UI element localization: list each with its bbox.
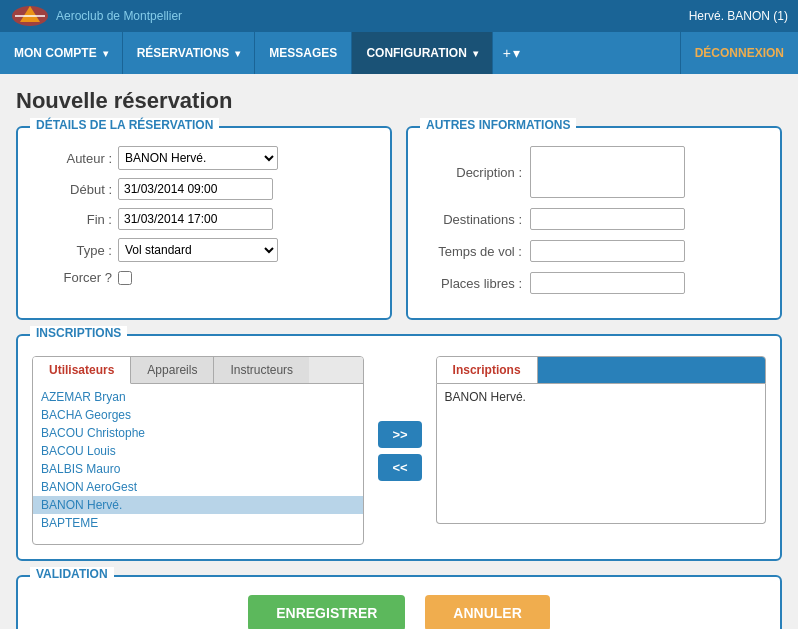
fin-input[interactable] [118, 208, 273, 230]
inscriptions-panel: INSCRIPTIONS Utilisateurs Appareils Inst… [16, 334, 782, 561]
nav-mon-compte[interactable]: MON COMPTE ▾ [0, 32, 123, 74]
places-input[interactable] [530, 272, 685, 294]
inscriptions-tab[interactable]: Inscriptions [437, 357, 538, 383]
destinations-input[interactable] [530, 208, 685, 230]
nav-plus[interactable]: + ▾ [493, 32, 530, 74]
auteur-label: Auteur : [32, 151, 112, 166]
inscriptions-box-title: INSCRIPTIONS [30, 326, 127, 340]
top-bar: Aeroclub de Montpellier Hervé. BANON (1) [0, 0, 798, 32]
details-panel: DÉTAILS DE LA RÉSERVATION Auteur : BANON… [16, 126, 392, 320]
places-label: Places libres : [422, 276, 522, 291]
description-label: Decription : [422, 165, 522, 180]
other-box-title: AUTRES INFORMATIONS [420, 118, 576, 132]
chevron-down-icon: ▾ [103, 48, 108, 59]
main-nav: MON COMPTE ▾ RÉSERVATIONS ▾ MESSAGES CON… [0, 32, 798, 74]
description-textarea[interactable] [530, 146, 685, 198]
auteur-row: Auteur : BANON Hervé. [32, 146, 376, 170]
description-row: Decription : [422, 146, 766, 198]
nav-configuration[interactable]: CONFIGURATION ▾ [352, 32, 492, 74]
destinations-row: Destinations : [422, 208, 766, 230]
inscriptions-list-body: BANON Hervé. [436, 384, 766, 524]
chevron-down-icon: ▾ [235, 48, 240, 59]
validation-buttons: ENREGISTRER ANNULER [32, 595, 766, 629]
tab-instructeurs[interactable]: Instructeurs [214, 357, 309, 383]
type-label: Type : [32, 243, 112, 258]
annuler-button[interactable]: ANNULER [425, 595, 549, 629]
auteur-select[interactable]: BANON Hervé. [118, 146, 278, 170]
debut-input[interactable] [118, 178, 273, 200]
remove-button[interactable]: << [378, 454, 421, 481]
forcer-checkbox[interactable] [118, 271, 132, 285]
places-row: Places libres : [422, 272, 766, 294]
other-panel: AUTRES INFORMATIONS Decription : Destina… [406, 126, 782, 320]
inscriptions-list-panel: Inscriptions BANON Hervé. [436, 356, 766, 524]
list-item[interactable]: BAPTEME [33, 514, 363, 532]
logo-area: Aeroclub de Montpellier [10, 4, 182, 28]
list-item[interactable]: AZEMAR Bryan [33, 388, 363, 406]
page-title: Nouvelle réservation [16, 88, 782, 114]
tabs-header: Utilisateurs Appareils Instructeurs [33, 357, 363, 384]
validation-panel: VALIDATION ENREGISTRER ANNULER [16, 575, 782, 629]
nav-reservations[interactable]: RÉSERVATIONS ▾ [123, 32, 256, 74]
type-select[interactable]: Vol standard [118, 238, 278, 262]
inscriptions-list-header: Inscriptions [436, 356, 766, 384]
list-item[interactable]: BACOU Louis [33, 442, 363, 460]
details-box-title: DÉTAILS DE LA RÉSERVATION [30, 118, 219, 132]
user-info: Hervé. BANON (1) [689, 9, 788, 23]
tabs-panel: Utilisateurs Appareils Instructeurs AZEM… [32, 356, 364, 545]
list-item[interactable]: BACOU Christophe [33, 424, 363, 442]
tab-utilisateurs[interactable]: Utilisateurs [33, 357, 131, 384]
arrow-buttons: >> << [378, 421, 421, 481]
logo-icon [10, 4, 50, 28]
validation-box-title: VALIDATION [30, 567, 114, 581]
chevron-down-icon: ▾ [513, 45, 520, 61]
destinations-label: Destinations : [422, 212, 522, 227]
site-link[interactable]: Aeroclub de Montpellier [56, 9, 182, 23]
debut-label: Début : [32, 182, 112, 197]
list-item[interactable]: BACHA Georges [33, 406, 363, 424]
debut-row: Début : [32, 178, 376, 200]
fin-label: Fin : [32, 212, 112, 227]
tab-appareils[interactable]: Appareils [131, 357, 214, 383]
type-row: Type : Vol standard [32, 238, 376, 262]
inscriptions-content: Utilisateurs Appareils Instructeurs AZEM… [32, 356, 766, 545]
nav-deconnexion[interactable]: DÉCONNEXION [680, 32, 798, 74]
chevron-down-icon: ▾ [473, 48, 478, 59]
inscriptions-tab-extra [538, 357, 765, 383]
temps-row: Temps de vol : [422, 240, 766, 262]
list-item: BANON Hervé. [445, 388, 757, 406]
nav-messages[interactable]: MESSAGES [255, 32, 352, 74]
add-button[interactable]: >> [378, 421, 421, 448]
page-content: Nouvelle réservation DÉTAILS DE LA RÉSER… [0, 74, 798, 629]
forcer-label: Forcer ? [32, 270, 112, 285]
users-list[interactable]: AZEMAR BryanBACHA GeorgesBACOU Christoph… [33, 384, 363, 544]
forcer-row: Forcer ? [32, 270, 376, 285]
list-item[interactable]: BANON AeroGest [33, 478, 363, 496]
fin-row: Fin : [32, 208, 376, 230]
list-item[interactable]: BANON Hervé. [33, 496, 363, 514]
enregistrer-button[interactable]: ENREGISTRER [248, 595, 405, 629]
temps-label: Temps de vol : [422, 244, 522, 259]
list-item[interactable]: BALBIS Mauro [33, 460, 363, 478]
panels-row: DÉTAILS DE LA RÉSERVATION Auteur : BANON… [16, 126, 782, 320]
temps-input[interactable] [530, 240, 685, 262]
